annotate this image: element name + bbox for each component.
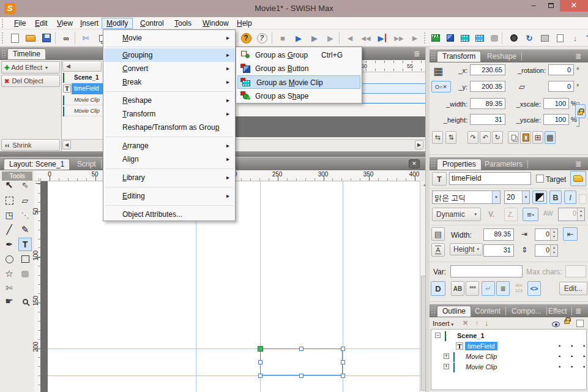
expand-box-icon-2[interactable]: + — [444, 364, 449, 369]
wrap-width-button[interactable]: ⇤ — [563, 227, 578, 241]
menu-item-align[interactable]: Align▸ — [104, 153, 234, 166]
handle-top-center[interactable] — [299, 347, 303, 351]
transform-grip[interactable] — [431, 52, 436, 61]
outline-grip[interactable] — [431, 307, 436, 315]
export-avi-button[interactable]: ↓ — [568, 31, 582, 45]
embed-abc123-button[interactable]: abc123 — [513, 282, 525, 295]
transform-menu-icon[interactable]: ≣ — [575, 52, 581, 61]
multiline-button[interactable]: ≣ — [496, 281, 510, 296]
row2-dot-3[interactable]: • — [583, 353, 585, 360]
var-field[interactable] — [450, 265, 523, 277]
menu-view[interactable]: View — [53, 18, 77, 29]
move-up-button[interactable]: ↑ — [475, 319, 478, 328]
expand-box-icon-1[interactable]: + — [444, 353, 449, 359]
indent-spinner[interactable]: 0 ▴▾ — [535, 228, 558, 241]
vertical-text-button[interactable]: V. — [488, 210, 494, 219]
menu-control[interactable]: Control — [136, 18, 168, 29]
paste-transform-button[interactable] — [520, 131, 531, 144]
move-down-button[interactable]: ↓ — [485, 319, 488, 328]
row3-dot-3[interactable]: • — [583, 364, 585, 370]
render-dynamic-button[interactable]: D — [431, 281, 445, 296]
insert-scene-button[interactable] — [428, 31, 443, 45]
align-button[interactable]: ≡▾ — [523, 208, 538, 221]
play-timeline-button[interactable]: ▶ — [307, 31, 322, 45]
handle-top-right[interactable] — [341, 347, 345, 351]
char-spacing-spinner[interactable]: 0 ▴▾ — [558, 208, 585, 221]
right-panel-splitter[interactable] — [425, 47, 430, 392]
insert-movieclip-button[interactable] — [458, 31, 472, 45]
export-sound-button[interactable] — [507, 31, 521, 45]
step-back-button[interactable]: ◀◀ — [359, 31, 373, 45]
flip-vertical-button[interactable]: ⇅ — [445, 131, 456, 144]
menu-tools[interactable]: Tools — [170, 18, 196, 29]
scale-tool[interactable]: ◳ — [2, 208, 16, 222]
play-movie-button[interactable]: ▶ — [291, 31, 306, 45]
handle-mid-left[interactable] — [258, 360, 262, 364]
line-spacing-spinner[interactable]: 0 ▴▾ — [535, 244, 558, 257]
more-text-options-button[interactable] — [579, 194, 587, 204]
add-effect-button[interactable]: ✚ Add Effect ▾ — [1, 61, 60, 74]
zoom-tool[interactable] — [18, 295, 32, 308]
row3-dot-1[interactable]: • — [559, 364, 560, 370]
autoshape-tool[interactable] — [18, 267, 32, 281]
menu-item-reshape[interactable]: Reshape▸ — [104, 94, 234, 107]
anchor-grid-icon[interactable]: ▦ — [433, 65, 443, 78]
flip-horizontal-button[interactable]: ⇆ — [432, 131, 443, 144]
row2-dot-2[interactable]: • — [571, 353, 573, 360]
menu-item-editing[interactable]: Editing▸ — [104, 189, 234, 203]
edit-button[interactable]: Edit... — [559, 282, 587, 295]
export-frame-button[interactable] — [537, 31, 552, 45]
context-help-button[interactable]: ? — [255, 31, 269, 45]
menu-item-arrange[interactable]: Arrange▸ — [104, 139, 234, 153]
tab-properties[interactable]: Properties — [437, 159, 482, 170]
insert-group-button[interactable] — [487, 31, 502, 45]
collapse-box-icon[interactable]: − — [435, 333, 441, 338]
tab-script[interactable]: Script — [72, 160, 102, 168]
hand-tool[interactable]: ☛ — [2, 295, 16, 308]
submenu-item-group-as-shape[interactable]: Group as Shape — [237, 89, 361, 103]
toolbar-grip-2[interactable] — [423, 32, 426, 44]
handle-bottom-left[interactable] — [258, 374, 262, 378]
insert-button-button[interactable] — [443, 31, 458, 45]
object-list-scroll-left[interactable]: ◀ — [62, 140, 71, 149]
anchor-point[interactable] — [258, 346, 263, 352]
tab-content[interactable]: Content — [470, 307, 506, 315]
text-type-select[interactable]: Dynamic▾ — [432, 208, 481, 221]
tab-layout-scene1[interactable]: Layout: Scene_1 — [4, 159, 70, 170]
height-mode-button[interactable]: Height▾ — [450, 243, 483, 255]
reset-transform-button[interactable]: ⊞ — [532, 131, 543, 144]
submenu-item-group-as-movie-clip[interactable]: Group as Movie Clip — [237, 75, 360, 89]
menu-edit[interactable]: Edit — [31, 18, 52, 29]
menu-item-reshape-transform-group[interactable]: Reshape/Transform as Group — [104, 121, 234, 134]
ellipse-tool[interactable] — [2, 252, 16, 266]
autosize-button[interactable]: ▤ — [431, 227, 445, 241]
copy-transform-button[interactable] — [508, 131, 519, 144]
cut-button[interactable]: ✄ — [78, 31, 93, 45]
go-end-button[interactable]: ▶ — [408, 31, 422, 45]
step-forward-button[interactable]: ▶▶ — [392, 31, 406, 45]
target-checkbox[interactable] — [536, 175, 544, 183]
xscale-field[interactable]: 100 — [543, 98, 569, 109]
menu-help[interactable]: Help — [233, 18, 256, 29]
object-name-field[interactable]: timeField — [449, 172, 531, 185]
new-button[interactable] — [7, 31, 22, 45]
line-tool[interactable]: ╱ — [2, 223, 16, 236]
properties-menu-icon[interactable]: ≣ — [575, 160, 581, 168]
menu-item-library[interactable]: Library▸ — [104, 171, 234, 184]
submenu-item-group-as-group[interactable]: Group as Group Ctrl+G — [237, 48, 361, 62]
fit-height-button[interactable]: A — [431, 243, 445, 257]
library-button[interactable] — [570, 171, 586, 186]
subselection-tool[interactable]: ⇖ — [18, 178, 32, 192]
row2-dot-1[interactable]: • — [559, 353, 560, 360]
export-html-button[interactable] — [553, 31, 567, 45]
export-swf-button[interactable]: ↻ — [522, 31, 537, 45]
frames-scroll-right[interactable]: ▶ — [415, 140, 423, 149]
properties-grip[interactable] — [431, 160, 436, 168]
insert-dropdown[interactable]: Insert ▾ — [433, 320, 453, 327]
maximize-button[interactable] — [542, 0, 559, 12]
rectangle-tool[interactable] — [18, 252, 32, 266]
text-tool[interactable]: T — [18, 238, 32, 251]
transform-group-button[interactable]: ▦ — [545, 131, 556, 144]
open-button[interactable] — [23, 31, 38, 45]
import-text-button[interactable]: T — [581, 31, 588, 45]
